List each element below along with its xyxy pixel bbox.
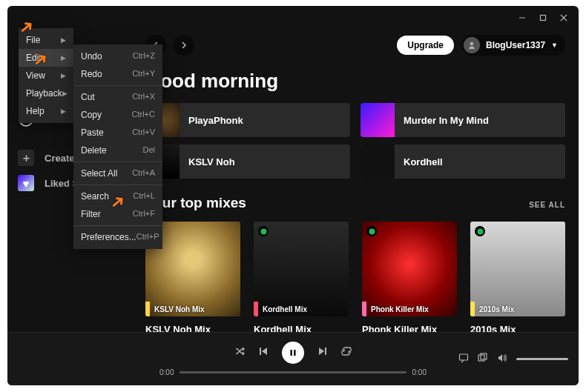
menu-item-label: Help xyxy=(26,106,45,116)
svg-rect-14 xyxy=(460,354,468,360)
progress-bar[interactable] xyxy=(180,371,406,373)
menu-item-label: Playback xyxy=(26,88,62,99)
volume-icon[interactable] xyxy=(497,353,507,366)
play-pause-button[interactable] xyxy=(282,342,304,364)
quick-title: Murder In My Mind xyxy=(395,115,489,126)
nav-forward-button[interactable] xyxy=(174,35,194,56)
upgrade-button[interactable]: Upgrade xyxy=(397,36,454,55)
menu-shortcut: Ctrl+Z xyxy=(133,51,155,62)
time-total: 0:00 xyxy=(412,368,427,376)
user-name: BlogUser1337 xyxy=(486,40,545,50)
quick-card[interactable]: Murder In My Mind xyxy=(361,103,565,137)
previous-button[interactable] xyxy=(258,346,269,359)
next-button[interactable] xyxy=(317,346,328,359)
player-bar: 0:00 0:00 xyxy=(7,332,579,385)
chevron-right-icon: ▶ xyxy=(61,107,66,115)
mix-strip: 2010s Mix xyxy=(470,302,565,316)
user-menu-button[interactable]: BlogUser1337 ▼ xyxy=(461,35,565,56)
menu-shortcut: Ctrl+X xyxy=(132,92,155,102)
menu-item-view[interactable]: View▶ xyxy=(19,67,73,84)
mix-name: Kordhell Mix xyxy=(254,324,349,332)
svg-rect-16 xyxy=(481,353,487,359)
menu-item-playback[interactable]: Playback▶ xyxy=(19,84,73,102)
menu-shortcut: Ctrl+V xyxy=(132,127,155,138)
menu-shortcut: Ctrl+L xyxy=(133,191,155,202)
menu-item-paste[interactable]: PasteCtrl+V xyxy=(73,124,162,142)
quick-card[interactable]: Kordhell xyxy=(361,144,565,179)
mix-strip: Kordhell Mix xyxy=(254,302,349,316)
menu-item-cut[interactable]: CutCtrl+X xyxy=(73,88,162,106)
spotify-badge-icon xyxy=(258,226,269,236)
svg-rect-12 xyxy=(294,350,295,356)
quick-picks-grid: PlayaPhonkMurder In My MindKSLV NohKordh… xyxy=(145,103,565,179)
menu-item-label: Undo xyxy=(81,51,102,62)
svg-rect-10 xyxy=(260,348,261,355)
menu-separator xyxy=(73,185,162,185)
quick-card[interactable]: KSLV Noh xyxy=(145,144,350,179)
mix-card[interactable]: 2010s Mix 2010s Mix Harry Styles, Sia, T… xyxy=(470,222,565,332)
menu-item-label: Copy xyxy=(81,110,102,120)
menu-separator xyxy=(73,162,162,162)
quick-title: Kordhell xyxy=(395,156,443,167)
menu-item-delete[interactable]: DeleteDel xyxy=(73,142,162,159)
svg-point-5 xyxy=(470,42,473,45)
content-area: Upgrade BlogUser1337 ▼ Good morning Play… xyxy=(139,30,579,332)
plus-icon: ＋ xyxy=(18,150,34,166)
greeting-heading: Good morning xyxy=(145,70,565,93)
svg-rect-1 xyxy=(541,16,546,21)
window-minimize-button[interactable] xyxy=(512,8,533,27)
quick-card[interactable]: PlayaPhonk xyxy=(145,103,350,137)
chevron-right-icon: ▶ xyxy=(61,36,66,44)
mix-strip-label: Kordhell Mix xyxy=(258,305,307,313)
menu-item-help[interactable]: Help▶ xyxy=(19,102,73,120)
edit-submenu: UndoCtrl+ZRedoCtrl+YCutCtrl+XCopyCtrl+CP… xyxy=(73,44,162,249)
chevron-right-icon: ▶ xyxy=(61,54,66,62)
mix-card[interactable]: Kordhell Mix Kordhell Mix Phonk Killer, … xyxy=(254,222,349,332)
mix-strip-label: 2010s Mix xyxy=(475,305,514,313)
menu-item-label: Select All xyxy=(81,168,117,179)
svg-point-7 xyxy=(260,228,266,234)
window-maximize-button[interactable] xyxy=(533,8,553,27)
avatar-icon xyxy=(464,37,480,53)
album-art xyxy=(361,144,395,179)
album-art xyxy=(361,103,395,137)
menu-shortcut: Del xyxy=(142,145,155,156)
mix-card[interactable]: Phonk Killer Mix Phonk Killer Mix KSLV N… xyxy=(362,222,457,332)
mix-name: 2010s Mix xyxy=(470,324,565,332)
menu-item-select-all[interactable]: Select AllCtrl+A xyxy=(73,165,162,182)
window-titlebar xyxy=(7,6,579,30)
svg-rect-15 xyxy=(478,355,484,361)
menu-item-label: Cut xyxy=(81,92,95,102)
menu-separator xyxy=(73,225,162,226)
menu-shortcut: Ctrl+C xyxy=(132,110,155,120)
menu-shortcut: Ctrl+Y xyxy=(132,69,155,79)
chevron-right-icon: ▶ xyxy=(61,72,66,79)
menu-item-preferences-[interactable]: Preferences...Ctrl+P xyxy=(73,228,162,246)
menu-item-undo[interactable]: UndoCtrl+Z xyxy=(73,47,162,65)
queue-button[interactable] xyxy=(478,353,488,366)
menu-item-copy[interactable]: CopyCtrl+C xyxy=(73,106,162,124)
window-close-button[interactable] xyxy=(553,8,574,27)
shuffle-button[interactable] xyxy=(234,346,245,359)
mix-art: Phonk Killer Mix xyxy=(362,222,457,316)
mix-art: Kordhell Mix xyxy=(254,222,349,316)
menu-shortcut: Ctrl+A xyxy=(132,168,155,179)
chevron-right-icon: ▶ xyxy=(62,90,68,97)
volume-slider[interactable] xyxy=(516,358,568,360)
mix-strip-label: KSLV Noh Mix xyxy=(150,305,205,313)
menu-item-label: Preferences... xyxy=(81,232,136,242)
svg-point-9 xyxy=(477,228,483,234)
lyrics-button[interactable] xyxy=(458,353,469,366)
topbar: Upgrade BlogUser1337 ▼ xyxy=(145,30,565,61)
menu-item-label: Filter xyxy=(81,209,101,219)
repeat-button[interactable] xyxy=(341,346,352,359)
menu-separator xyxy=(73,85,162,86)
main-menu: File▶Edit▶View▶Playback▶Help▶ xyxy=(19,28,73,123)
menu-item-redo[interactable]: RedoCtrl+Y xyxy=(73,65,162,83)
heart-icon: ♥ xyxy=(18,175,34,191)
menu-item-label: View xyxy=(26,70,45,81)
see-all-link[interactable]: SEE ALL xyxy=(529,201,565,209)
chevron-down-icon: ▼ xyxy=(551,41,558,49)
mix-name: Phonk Killer Mix xyxy=(362,324,457,332)
mix-strip: KSLV Noh Mix xyxy=(145,302,240,316)
